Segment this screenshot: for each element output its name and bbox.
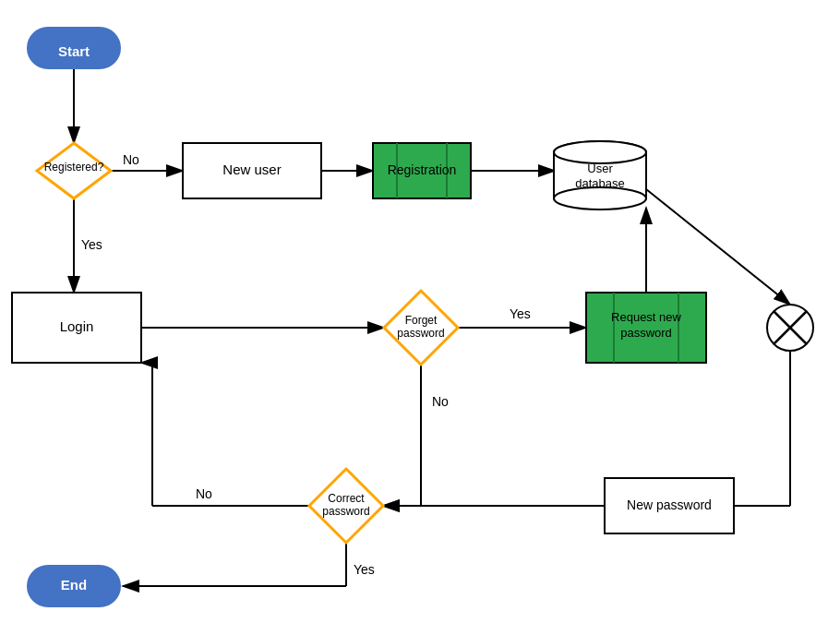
correct-label1: Correct: [328, 492, 365, 505]
db-top-overlay: [554, 141, 646, 163]
db-label1: User: [587, 162, 613, 175]
start-label: Start: [58, 43, 90, 59]
registration-label: Registration: [388, 162, 457, 177]
label-no-registered: No: [123, 152, 139, 167]
label-yes-correct: Yes: [354, 562, 375, 577]
request-label1: Request new: [611, 310, 681, 324]
end-label: End: [61, 577, 87, 593]
new-password-label: New password: [627, 497, 712, 512]
label-yes-forget: Yes: [510, 306, 531, 321]
db-label2: database: [575, 176, 625, 190]
label-no-forget: No: [432, 394, 449, 409]
forget-label1: Forget: [405, 314, 438, 327]
correct-label2: password: [322, 505, 369, 518]
label-no-correct: No: [196, 486, 212, 501]
registered-label: Registered?: [44, 161, 104, 174]
db-bottom: [554, 187, 646, 210]
request-label2: password: [620, 326, 672, 340]
new-user-label: New user: [222, 162, 281, 177]
arrow-db-to-error: [646, 189, 790, 305]
label-yes-registered: Yes: [81, 237, 102, 252]
login-label: Login: [60, 318, 94, 334]
forget-label2: password: [397, 327, 444, 340]
